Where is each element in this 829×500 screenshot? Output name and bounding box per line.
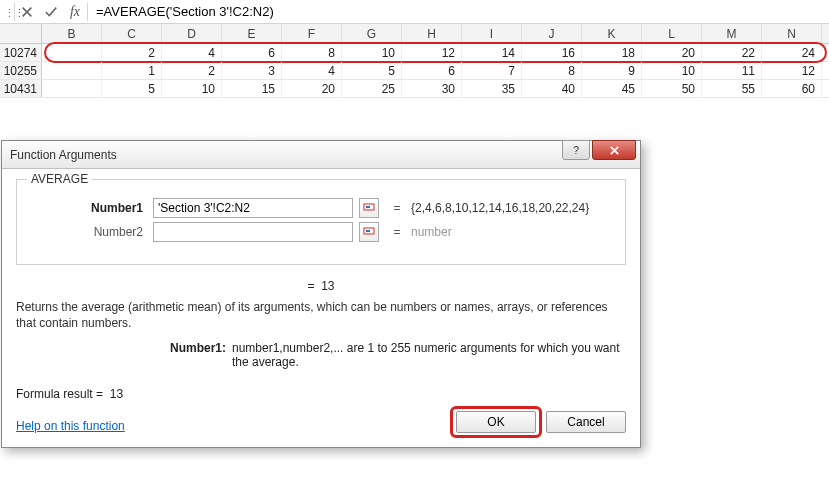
row-header[interactable]: 10274 <box>0 44 42 61</box>
argument-evaluated: number <box>411 225 615 239</box>
cell[interactable]: 10 <box>342 44 402 61</box>
cell[interactable]: 12 <box>762 62 822 79</box>
formula-result: Formula result = 13 <box>16 387 123 401</box>
insert-function-button[interactable]: fx <box>63 2 87 22</box>
check-icon <box>44 5 58 19</box>
equals-label: = <box>389 225 405 239</box>
argument-input[interactable] <box>153 198 353 218</box>
cell[interactable]: 11 <box>702 62 762 79</box>
cell[interactable]: 6 <box>222 44 282 61</box>
cell[interactable]: 6 <box>402 62 462 79</box>
argument-row: Number2=number <box>27 222 615 242</box>
function-name-label: AVERAGE <box>27 172 92 186</box>
fx-icon: fx <box>70 4 80 20</box>
cell[interactable]: 25 <box>342 80 402 97</box>
cell[interactable]: 55 <box>702 80 762 97</box>
svg-rect-1 <box>366 206 370 208</box>
cell[interactable]: 5 <box>342 62 402 79</box>
column-header[interactable]: F <box>282 24 342 43</box>
cell[interactable]: 3 <box>222 62 282 79</box>
ok-button[interactable]: OK <box>456 411 536 433</box>
cell[interactable]: 7 <box>462 62 522 79</box>
row-header[interactable]: 10431 <box>0 80 42 97</box>
argument-row: Number1={2,4,6,8,10,12,14,16,18,20,22,24… <box>27 198 615 218</box>
function-arguments-dialog: Function Arguments ? AVERAGE Number1={2,… <box>1 140 641 448</box>
cell[interactable]: 20 <box>642 44 702 61</box>
argument-input[interactable] <box>153 222 353 242</box>
cell[interactable]: 18 <box>582 44 642 61</box>
cell[interactable]: 24 <box>762 44 822 61</box>
cell[interactable]: 15 <box>222 80 282 97</box>
cell[interactable]: 40 <box>522 80 582 97</box>
column-header[interactable]: K <box>582 24 642 43</box>
cell[interactable]: 8 <box>522 62 582 79</box>
intermediate-result: = 13 <box>16 279 626 293</box>
cell[interactable]: 8 <box>282 44 342 61</box>
help-on-function-link[interactable]: Help on this function <box>16 419 125 433</box>
cell[interactable] <box>42 62 102 79</box>
column-headers: BCDEFGHIJKLMN <box>0 24 829 44</box>
cell[interactable]: 45 <box>582 80 642 97</box>
collapse-dialog-icon <box>363 226 375 238</box>
column-header[interactable]: M <box>702 24 762 43</box>
cell[interactable]: 2 <box>162 62 222 79</box>
arguments-fieldset: AVERAGE Number1={2,4,6,8,10,12,14,16,18,… <box>16 179 626 265</box>
dialog-close-button[interactable] <box>592 140 636 160</box>
cell[interactable]: 2 <box>102 44 162 61</box>
cell[interactable]: 12 <box>402 44 462 61</box>
argument-label: Number1 <box>27 201 147 215</box>
dialog-title: Function Arguments <box>10 148 117 162</box>
enter-formula-button[interactable] <box>39 2 63 22</box>
table-row: 1027424681012141618202224 <box>0 44 829 62</box>
table-row: 10255123456789101112 <box>0 62 829 80</box>
cell[interactable]: 16 <box>522 44 582 61</box>
parameter-description: Number1: number1,number2,... are 1 to 25… <box>16 341 626 369</box>
collapse-dialog-icon <box>363 202 375 214</box>
cell[interactable]: 4 <box>162 44 222 61</box>
param-text: number1,number2,... are 1 to 255 numeric… <box>232 341 626 369</box>
cell[interactable]: 14 <box>462 44 522 61</box>
column-header[interactable]: I <box>462 24 522 43</box>
cell[interactable]: 60 <box>762 80 822 97</box>
column-header[interactable]: C <box>102 24 162 43</box>
cell[interactable]: 1 <box>102 62 162 79</box>
cell[interactable]: 50 <box>642 80 702 97</box>
cell[interactable]: 20 <box>282 80 342 97</box>
cell[interactable]: 10 <box>162 80 222 97</box>
range-selector-button[interactable] <box>359 222 379 242</box>
formula-input[interactable]: =AVERAGE('Section 3'!C2:N2) <box>88 4 829 19</box>
equals-label: = <box>389 201 405 215</box>
column-header[interactable]: D <box>162 24 222 43</box>
column-header[interactable]: H <box>402 24 462 43</box>
cell[interactable]: 10 <box>642 62 702 79</box>
table-row: 1043151015202530354045505560 <box>0 80 829 98</box>
column-header[interactable]: L <box>642 24 702 43</box>
x-icon <box>20 5 34 19</box>
function-description: Returns the average (arithmetic mean) of… <box>16 299 626 331</box>
cell[interactable]: 9 <box>582 62 642 79</box>
argument-evaluated: {2,4,6,8,10,12,14,16,18,20,22,24} <box>411 201 615 215</box>
svg-rect-3 <box>366 230 370 232</box>
cell[interactable]: 35 <box>462 80 522 97</box>
cell[interactable]: 4 <box>282 62 342 79</box>
cell[interactable] <box>42 80 102 97</box>
column-header[interactable]: J <box>522 24 582 43</box>
row-header[interactable]: 10255 <box>0 62 42 79</box>
cell[interactable]: 30 <box>402 80 462 97</box>
argument-label: Number2 <box>27 225 147 239</box>
column-header[interactable]: E <box>222 24 282 43</box>
column-header[interactable]: G <box>342 24 402 43</box>
range-selector-button[interactable] <box>359 198 379 218</box>
dialog-titlebar[interactable]: Function Arguments ? <box>2 141 640 169</box>
column-header[interactable]: N <box>762 24 822 43</box>
cancel-button[interactable]: Cancel <box>546 411 626 433</box>
cell[interactable]: 22 <box>702 44 762 61</box>
select-all-corner[interactable] <box>0 24 42 43</box>
spreadsheet-grid[interactable]: 1027424681012141618202224102551234567891… <box>0 44 829 98</box>
cell[interactable] <box>42 44 102 61</box>
column-header[interactable]: B <box>42 24 102 43</box>
dialog-help-button[interactable]: ? <box>562 140 590 160</box>
cancel-formula-button[interactable] <box>15 2 39 22</box>
cell[interactable]: 5 <box>102 80 162 97</box>
param-name: Number1: <box>16 341 226 369</box>
